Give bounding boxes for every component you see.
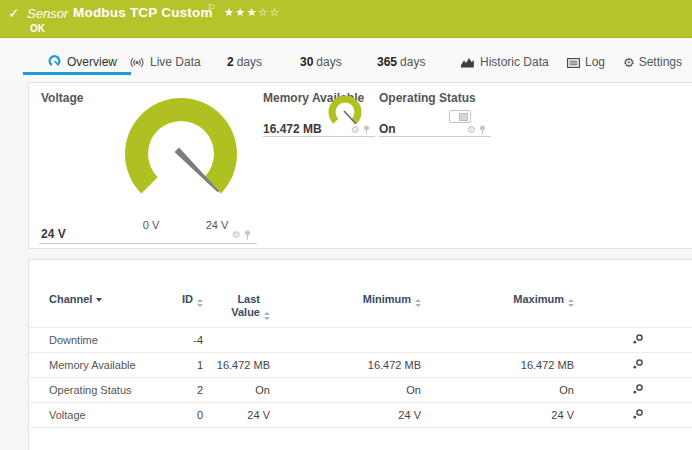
tab-overview[interactable]: Overview [47, 55, 117, 75]
gauge-icon [47, 55, 62, 71]
column-header-last-value[interactable]: Last Value [211, 287, 278, 327]
toggle-knob [459, 113, 468, 121]
column-header-minimum[interactable]: Minimum [278, 287, 429, 327]
column-header-actions [582, 287, 692, 327]
pin-icon[interactable] [479, 125, 486, 135]
toggle-switch-icon [449, 110, 471, 123]
channel-settings-icon[interactable] [632, 383, 644, 397]
tab-label: Log [585, 55, 605, 69]
table-row: Downtime -4 [29, 327, 692, 352]
sensor-title: Modbus TCP Custom [73, 5, 213, 20]
object-kind-label: Sensor [27, 6, 68, 21]
sort-icon [197, 299, 203, 307]
gauge-scale-min: 0 V [134, 219, 168, 231]
gauge-arc [329, 96, 362, 124]
table-row: Operating Status 2 On On On [29, 377, 692, 402]
gauge-arc [125, 98, 237, 194]
channel-maximum: 24 V [429, 402, 582, 427]
channel-settings-icon[interactable] [632, 358, 644, 372]
operating-status-label: Operating Status [379, 91, 476, 105]
gear-icon: ⚙ [623, 55, 635, 70]
tab-label: Settings [639, 55, 682, 69]
channel-id: -4 [177, 327, 211, 352]
tab-number: 365 [377, 55, 397, 69]
channels-panel: Channel ID Last Value Minimum Maximum Do… [28, 259, 692, 450]
memory-channel-actions: ⚙ [351, 125, 370, 135]
gear-icon[interactable]: ⚙ [351, 125, 360, 135]
sort-desc-icon [96, 298, 102, 302]
channel-minimum [278, 327, 429, 352]
status-check-icon: ✓ [8, 5, 20, 21]
sort-icon [415, 299, 421, 307]
table-row: Voltage 0 24 V 24 V 24 V [29, 402, 692, 427]
sort-icon [264, 312, 270, 320]
prtg-sensor-page: ✓ Sensor Modbus TCP Custom ⚐ ★★★☆☆ OK Ov… [0, 0, 692, 450]
memory-current-value: 16.472 MB [263, 122, 322, 136]
gear-icon[interactable]: ⚙ [467, 125, 476, 135]
channel-name[interactable]: Downtime [29, 327, 177, 352]
channel-table: Channel ID Last Value Minimum Maximum Do… [29, 287, 692, 428]
broadcast-icon [129, 57, 145, 71]
tab-label: Historic Data [480, 55, 549, 69]
gear-icon[interactable]: ⚙ [232, 230, 241, 240]
sensor-status-bar: ✓ Sensor Modbus TCP Custom ⚐ ★★★☆☆ OK [0, 0, 692, 38]
stars-filled: ★★★ [224, 6, 258, 19]
tab-number: 2 [227, 55, 234, 69]
tab-label: Live Data [150, 55, 201, 69]
tab-bar: Overview Live Data 2days 30days 365days … [0, 38, 692, 82]
channel-last-value: 16.472 MB [211, 352, 278, 377]
tab-label: days [316, 55, 341, 69]
column-header-id[interactable]: ID [177, 287, 211, 327]
operating-status-value: On [379, 122, 396, 136]
voltage-gauge-label: Voltage [41, 91, 83, 105]
tab-settings[interactable]: ⚙Settings [623, 55, 682, 75]
channel-maximum: 16.472 MB [429, 352, 582, 377]
table-header-row: Channel ID Last Value Minimum Maximum [29, 287, 692, 327]
sort-icon [568, 299, 574, 307]
tab-label: Overview [67, 55, 117, 69]
tab-live-data[interactable]: Live Data [129, 55, 201, 75]
channel-last-value: On [211, 377, 278, 402]
tab-30-days[interactable]: 30days [300, 55, 342, 75]
voltage-channel-actions: ⚙ [232, 230, 251, 240]
table-row: Memory Available 1 16.472 MB 16.472 MB 1… [29, 352, 692, 377]
memory-underline [263, 136, 375, 137]
tab-historic-data[interactable]: Historic Data [460, 55, 549, 75]
tab-log[interactable]: Log [567, 55, 605, 75]
channel-settings-icon[interactable] [632, 333, 644, 347]
channel-settings-icon[interactable] [632, 408, 644, 422]
sensor-status-text: OK [30, 23, 45, 34]
gauge-scale-max: 24 V [197, 219, 237, 231]
channel-minimum: 24 V [278, 402, 429, 427]
column-header-channel[interactable]: Channel [29, 287, 177, 327]
channel-id: 2 [177, 377, 211, 402]
pin-icon[interactable] [244, 230, 251, 240]
tab-label: days [400, 55, 425, 69]
operating-underline [379, 136, 491, 137]
channel-last-value [211, 327, 278, 352]
tab-label: days [237, 55, 262, 69]
channel-maximum: On [429, 377, 582, 402]
active-tab-underline [23, 72, 131, 75]
gauges-panel: Voltage 0 V 24 V 24 V ⚙ Memory Available… [28, 82, 692, 249]
pin-icon[interactable] [363, 125, 370, 135]
channel-name[interactable]: Voltage [29, 402, 177, 427]
priority-stars[interactable]: ★★★☆☆ [224, 6, 281, 19]
voltage-gauge [119, 97, 243, 221]
tab-number: 30 [300, 55, 313, 69]
channel-minimum: On [278, 377, 429, 402]
channel-minimum: 16.472 MB [278, 352, 429, 377]
voltage-current-value: 24 V [41, 227, 66, 241]
stars-empty: ☆☆ [258, 6, 281, 19]
channel-name[interactable]: Operating Status [29, 377, 177, 402]
tab-2-days[interactable]: 2days [227, 55, 262, 75]
operating-channel-actions: ⚙ [467, 125, 486, 135]
flag-icon[interactable]: ⚐ [207, 2, 216, 13]
tab-365-days[interactable]: 365days [377, 55, 425, 75]
channel-maximum [429, 327, 582, 352]
channel-id: 0 [177, 402, 211, 427]
channel-id: 1 [177, 352, 211, 377]
column-header-maximum[interactable]: Maximum [429, 287, 582, 327]
channel-name[interactable]: Memory Available [29, 352, 177, 377]
log-list-icon [567, 57, 580, 71]
